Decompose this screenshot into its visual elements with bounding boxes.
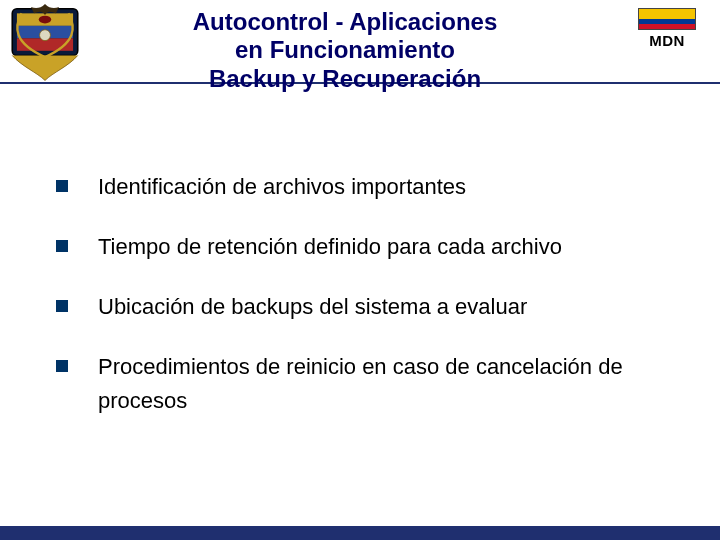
list-item: Procedimientos de reinicio en caso de ca…	[50, 350, 690, 418]
bottom-bar	[0, 526, 720, 540]
square-bullet-icon	[56, 240, 68, 252]
square-bullet-icon	[56, 360, 68, 372]
colombia-flag-icon	[638, 8, 696, 30]
coat-of-arms-icon	[6, 4, 84, 82]
list-item: Tiempo de retención definido para cada a…	[50, 230, 690, 264]
svg-point-5	[40, 30, 51, 41]
slide-title: Autocontrol - Aplicaciones en Funcionami…	[110, 8, 580, 93]
title-line-1: Autocontrol - Aplicaciones	[110, 8, 580, 36]
org-label: MDN	[632, 32, 702, 49]
list-item-text: Procedimientos de reinicio en caso de ca…	[98, 354, 623, 413]
list-item-text: Ubicación de backups del sistema a evalu…	[98, 294, 527, 319]
list-item-text: Tiempo de retención definido para cada a…	[98, 234, 562, 259]
svg-point-4	[39, 16, 51, 24]
title-line-3: Backup y Recuperación	[110, 65, 580, 93]
slide: Autocontrol - Aplicaciones en Funcionami…	[0, 0, 720, 540]
square-bullet-icon	[56, 300, 68, 312]
bullet-list: Identificación de archivos importantes T…	[50, 170, 690, 444]
list-item-text: Identificación de archivos importantes	[98, 174, 466, 199]
title-line-2: en Funcionamiento	[110, 36, 580, 64]
org-badge: MDN	[632, 8, 702, 49]
list-item: Identificación de archivos importantes	[50, 170, 690, 204]
list-item: Ubicación de backups del sistema a evalu…	[50, 290, 690, 324]
square-bullet-icon	[56, 180, 68, 192]
